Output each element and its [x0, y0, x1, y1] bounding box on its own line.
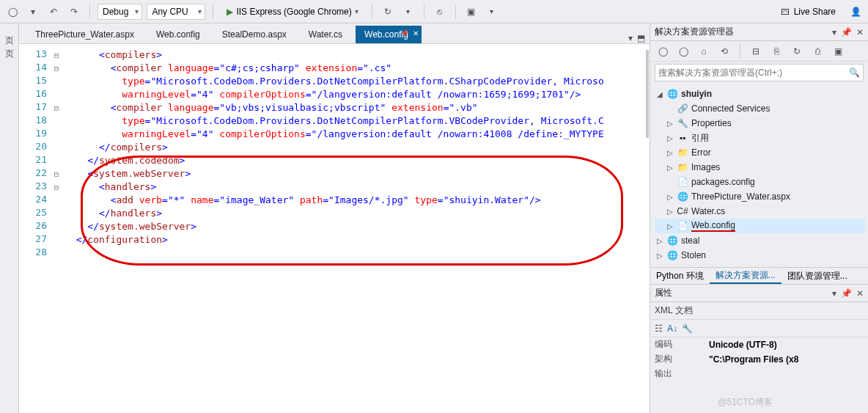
tree-label: Water.cs — [691, 206, 725, 216]
categorize-icon[interactable]: ☷ — [655, 324, 663, 334]
solution-search-input[interactable] — [658, 67, 849, 78]
browser-link-icon[interactable]: ⎋ — [432, 4, 448, 20]
tab-label: StealDemo.aspx — [222, 29, 287, 40]
properties-icon[interactable]: ⎙ — [809, 43, 825, 59]
sync-icon[interactable]: ⟲ — [716, 43, 732, 59]
chevron-down-icon[interactable]: ▾ — [484, 4, 500, 20]
file-icon: 🌐 — [666, 249, 678, 261]
solution-tree[interactable]: ◢🌐shuiyin🔗Connected Services▷🔧Properties… — [650, 84, 868, 267]
platform-combo[interactable]: Any CPU — [147, 4, 205, 20]
expand-icon[interactable]: ▷ — [656, 252, 663, 260]
tab-label: Water.cs — [309, 29, 342, 40]
expand-icon[interactable]: ▷ — [666, 149, 674, 157]
tree-item[interactable]: ▷🌐steal — [655, 233, 865, 248]
expand-icon[interactable]: ▷ — [666, 222, 674, 230]
tab-tools: ▾ ⬒ — [628, 33, 650, 43]
prop-key: 输出 — [650, 368, 709, 380]
user-icon[interactable]: 👤 — [847, 4, 864, 20]
sort-icon[interactable]: A↓ — [667, 324, 677, 334]
vertical-scrollbar[interactable] — [646, 50, 649, 138]
file-icon: 🔧 — [677, 117, 688, 129]
tree-item[interactable]: ▷📄Web.config — [655, 219, 865, 233]
tab-label: Web.config — [156, 29, 200, 40]
tree-label: Error — [691, 147, 711, 158]
search-icon[interactable]: 🔍 — [849, 67, 860, 78]
solution-explorer-toolbar: ◯ ◯ ⌂ ⟲ ⊟ ⎘ ↻ ⎙ ▣ — [650, 41, 868, 62]
refresh-icon[interactable]: ↻ — [789, 43, 805, 59]
tab-overflow-icon[interactable]: ▾ — [628, 33, 633, 43]
document-tab[interactable]: Web.config — [147, 26, 213, 43]
expand-icon[interactable]: ▷ — [666, 164, 674, 172]
pin-icon[interactable]: 📌 — [400, 30, 408, 37]
document-tab[interactable]: StealDemo.aspx — [213, 26, 300, 43]
tab-promote-icon[interactable]: ⬒ — [637, 33, 645, 43]
code-editor[interactable]: 13141516171819202122232425262728 ⊟⊟⊟⊟⊟ <… — [19, 44, 650, 413]
expand-icon[interactable]: ▷ — [666, 208, 674, 216]
editor-area: ThreePicture_Water.aspxWeb.configStealDe… — [19, 23, 650, 413]
config-combo[interactable]: Debug — [98, 4, 142, 20]
properties-panel: 属性 ▾ 📌 ✕ XML 文档 ☷ A↓ 🔧 编码Unicode (UTF-8)… — [650, 285, 868, 413]
redo-icon[interactable]: ↷ — [66, 4, 82, 20]
tree-item[interactable]: 🔗Connected Services — [655, 101, 865, 116]
undo-icon[interactable]: ↶ — [45, 4, 62, 20]
expand-icon[interactable]: ◢ — [656, 90, 663, 98]
pin-icon[interactable]: 📌 — [841, 27, 852, 37]
document-tab[interactable]: Water.cs — [300, 26, 356, 43]
panel-tab[interactable]: 解决方案资源... — [710, 268, 781, 284]
live-share-button[interactable]: ⮹ Live Share — [773, 7, 843, 17]
close-icon[interactable]: ✕ — [856, 288, 864, 299]
collapse-icon[interactable]: ⊟ — [748, 43, 764, 59]
chevron-down-icon[interactable]: ▾ — [400, 4, 416, 20]
tree-item[interactable]: ▷📁Images — [655, 160, 865, 175]
right-panel: 解决方案资源管理器 ▾ 📌 ✕ ◯ ◯ ⌂ ⟲ ⊟ ⎘ ↻ ⎙ ▣ 🔍 ◢🌐sh… — [650, 23, 868, 413]
file-icon: 📁 — [677, 147, 688, 158]
document-tab[interactable]: ThreePicture_Water.aspx — [26, 26, 147, 43]
property-row[interactable]: 架构"C:\Program Files (x8 — [650, 352, 868, 367]
tree-item[interactable]: ▷🌐ThreePicture_Water.aspx — [655, 189, 865, 204]
expand-icon[interactable]: ▷ — [666, 120, 674, 128]
tree-label: ThreePicture_Water.aspx — [691, 191, 790, 202]
property-row[interactable]: 输出 — [650, 367, 868, 381]
close-icon[interactable]: ✕ — [856, 27, 864, 37]
nav-fwd-icon[interactable]: ▾ — [25, 4, 41, 20]
panel-dropdown-icon[interactable]: ▾ — [832, 288, 836, 299]
home-icon[interactable]: ⌂ — [696, 43, 712, 59]
prop-value[interactable]: Unicode (UTF-8) — [709, 340, 868, 350]
tree-label: packages.config — [691, 177, 755, 187]
tree-label: Web.config — [691, 220, 735, 232]
expand-icon[interactable]: ▷ — [656, 237, 663, 245]
tree-label: Stolen — [681, 250, 706, 260]
pin-icon[interactable]: 📌 — [841, 288, 852, 299]
panel-tab[interactable]: 团队资源管理... — [781, 268, 853, 284]
nav-back-icon[interactable]: ◯ — [4, 4, 21, 20]
screenshot-icon[interactable]: ▣ — [463, 4, 479, 20]
tree-item[interactable]: ◢🌐shuiyin — [655, 87, 865, 101]
preview-icon[interactable]: ▣ — [830, 43, 846, 59]
property-row[interactable]: 编码Unicode (UTF-8) — [650, 337, 868, 352]
panel-tab[interactable]: Python 环境 — [650, 268, 710, 284]
back-icon[interactable]: ◯ — [655, 43, 671, 59]
refresh-icon[interactable]: ↻ — [380, 4, 396, 20]
expand-icon[interactable]: ▷ — [666, 134, 674, 142]
document-tab[interactable]: Web.config📌✕ — [356, 26, 422, 43]
property-grid[interactable]: 编码Unicode (UTF-8)架构"C:\Program Files (x8… — [650, 337, 868, 381]
tree-item[interactable]: ▷▪▪引用 — [655, 131, 865, 145]
solution-search[interactable]: 🔍 — [655, 64, 864, 81]
wrench-icon[interactable]: 🔧 — [682, 324, 693, 334]
tree-item[interactable]: 📄packages.config — [655, 175, 865, 189]
tree-item[interactable]: ▷🌐Stolen — [655, 248, 865, 263]
panel-dropdown-icon[interactable]: ▾ — [832, 27, 836, 37]
tree-item[interactable]: ▷🔧Properties — [655, 116, 865, 131]
tree-item[interactable]: ▷📁Error — [655, 145, 865, 160]
document-tabs: ThreePicture_Water.aspxWeb.configStealDe… — [19, 23, 650, 44]
code-content[interactable]: <compilers> <compiler language="c#;cs;cs… — [62, 44, 650, 413]
expand-icon[interactable]: ▷ — [666, 193, 674, 201]
prop-value[interactable]: "C:\Program Files (x8 — [709, 354, 868, 365]
start-debug-button[interactable]: ▶ IIS Express (Google Chrome) ▾ — [221, 4, 364, 20]
show-all-icon[interactable]: ⎘ — [768, 43, 784, 59]
fwd-icon[interactable]: ◯ — [675, 43, 691, 59]
fold-gutter[interactable]: ⊟⊟⊟⊟⊟ — [51, 44, 62, 413]
tree-item[interactable]: ▷C#Water.cs — [655, 204, 865, 219]
close-icon[interactable]: ✕ — [413, 29, 419, 37]
prop-key: 编码 — [650, 338, 709, 351]
